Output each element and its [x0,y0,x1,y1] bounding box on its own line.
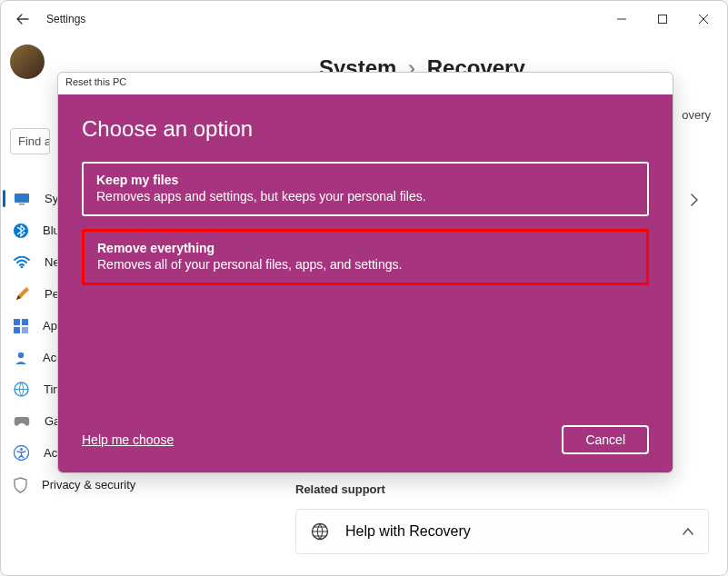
sidebar: Find a setting System Bluetooth & device… [1,37,52,575]
sidebar-item-network[interactable]: Network & internet [1,246,52,278]
back-button[interactable] [8,5,37,34]
titlebar: Settings [1,1,727,37]
sidebar-item-privacy[interactable]: Privacy & security [1,469,52,501]
chevron-right-icon[interactable] [691,194,698,206]
related-support: Related support Help with Recovery [295,482,709,554]
maximize-button[interactable] [642,3,683,35]
sidebar-item-time[interactable]: Time & language [1,373,52,405]
dialog-title: Reset this PC [58,73,673,94]
svg-point-10 [18,352,24,357]
svg-rect-2 [15,194,29,203]
sidebar-item-accounts[interactable]: Accounts [1,342,52,373]
close-button[interactable] [683,3,723,35]
option-desc: Removes apps and settings, but keeps you… [96,189,634,204]
dialog-body: Choose an option Keep my files Removes a… [58,94,673,472]
option-title: Keep my files [96,173,634,187]
sidebar-item-personalization[interactable]: Personalization [1,278,52,310]
cancel-button[interactable]: Cancel [562,425,649,454]
shield-icon [14,477,27,493]
settings-window: Settings Find a setting System [0,0,728,576]
accessibility-icon [14,445,29,462]
svg-rect-8 [14,327,20,333]
apps-icon [14,318,28,334]
globe-clock-icon [14,382,29,398]
globe-icon [311,522,329,541]
back-arrow-icon [15,12,30,26]
help-label: Help with Recovery [345,523,471,540]
dialog-heading: Choose an option [82,116,649,142]
option-desc: Removes all of your personal files, apps… [97,257,633,272]
sidebar-item-bluetooth[interactable]: Bluetooth & devices [1,214,52,246]
search-input[interactable]: Find a setting [10,128,50,154]
sidebar-item-apps[interactable]: Apps [1,310,52,342]
option-title: Remove everything [97,241,633,255]
svg-rect-1 [658,15,666,24]
sidebar-item-label: Privacy & security [42,478,135,492]
nav-list: System Bluetooth & devices Network & int… [1,183,52,501]
minimize-button[interactable] [601,3,642,35]
gamepad-icon [14,413,30,430]
clipped-text: overy [682,108,711,122]
help-with-recovery[interactable]: Help with Recovery [295,509,709,554]
option-remove-everything[interactable]: Remove everything Removes all of your pe… [82,229,649,285]
svg-point-13 [20,448,23,451]
bluetooth-icon [14,223,28,239]
svg-rect-3 [19,204,25,205]
help-me-choose-link[interactable]: Help me choose [82,432,174,447]
person-icon [14,350,28,366]
sidebar-item-gaming[interactable]: Gaming [1,405,52,437]
related-heading: Related support [295,482,709,496]
reset-pc-dialog: Reset this PC Choose an option Keep my f… [57,72,673,473]
wifi-icon [14,254,30,271]
window-controls [601,3,723,35]
system-icon [14,191,30,207]
sidebar-item-system[interactable]: System [1,183,52,214]
svg-rect-9 [22,327,28,333]
app-title: Settings [46,13,85,25]
option-keep-my-files[interactable]: Keep my files Removes apps and settings,… [82,162,649,216]
avatar[interactable] [10,45,45,79]
dialog-footer: Help me choose Cancel [82,425,649,454]
svg-rect-6 [14,319,20,325]
svg-point-5 [21,265,24,268]
chevron-up-icon [683,528,693,535]
brush-icon [14,286,30,303]
sidebar-item-accessibility[interactable]: Accessibility [1,437,52,469]
svg-rect-7 [22,319,28,325]
